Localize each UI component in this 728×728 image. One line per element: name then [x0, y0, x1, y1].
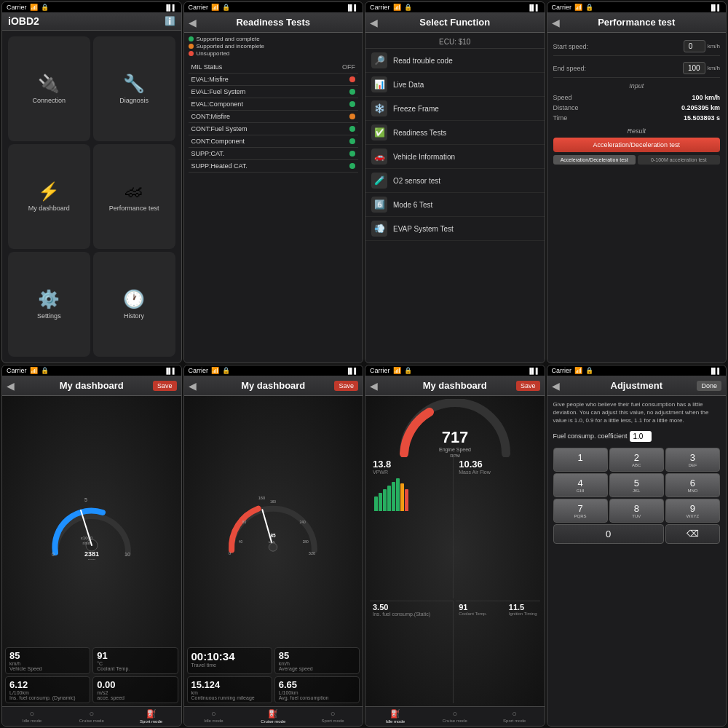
- tab-idle-2[interactable]: ○ Idle mode: [184, 709, 244, 724]
- coolant-unit: °C: [97, 661, 173, 666]
- test-eval-comp-indicator: [349, 101, 355, 107]
- lock-icon-8: 🔒: [585, 367, 593, 374]
- function-vehicle-info[interactable]: 🚗 Vehicle Information: [365, 145, 545, 169]
- test-mil-value: OFF: [342, 63, 355, 71]
- tab-idle-3[interactable]: ⛽ Idle mode: [365, 709, 425, 724]
- num-key-1[interactable]: 1: [553, 448, 608, 472]
- app-grid: Carrier 📶 🔒 ▐▌▌ iOBD2 ℹ️ 🔌 Connection 🔧 …: [0, 0, 728, 728]
- info-icon[interactable]: ℹ️: [165, 16, 175, 26]
- lock-icon-1: 🔒: [41, 4, 49, 11]
- function-read-trouble[interactable]: 🔎 Read trouble code: [365, 49, 545, 73]
- stat-vehicle-speed: 85 km/h Vehicle Speed: [5, 647, 90, 674]
- num-5-sub: JKL: [633, 488, 640, 493]
- speedometer-gauge: 0 5 10 x1000 r/min 2381 rpm: [44, 487, 139, 560]
- function-evap[interactable]: 💨 EVAP System Test: [365, 217, 545, 241]
- num-key-8[interactable]: 8 TUV: [609, 499, 664, 523]
- back-button-perf[interactable]: ◀: [552, 17, 560, 28]
- perf-time-val: 15.503893 s: [684, 114, 720, 122]
- tab-sport-3[interactable]: ○ Sport mode: [485, 709, 545, 724]
- svg-text:85: 85: [271, 532, 277, 537]
- function-o2[interactable]: 🧪 O2 sensor test: [365, 169, 545, 193]
- end-speed-value[interactable]: 100: [683, 62, 705, 74]
- tab-cruise-1[interactable]: ○ Cruise mode: [62, 709, 122, 724]
- function-live-data[interactable]: 📊 Live Data: [365, 73, 545, 97]
- performance-title: Performance test: [598, 17, 675, 28]
- wifi-icon-7: 📶: [393, 367, 401, 374]
- icon-history[interactable]: 🕐 History: [93, 252, 175, 357]
- save-button-dash1[interactable]: Save: [153, 381, 177, 391]
- fuel-static-value: 3.50: [373, 603, 450, 612]
- num-key-2[interactable]: 2 ABC: [609, 448, 664, 472]
- num-key-5[interactable]: 5 JKL: [609, 473, 664, 497]
- readiness-icon: ✅: [371, 124, 387, 141]
- back-button-dash3[interactable]: ◀: [370, 380, 378, 392]
- num-key-backspace[interactable]: ⌫: [665, 524, 720, 544]
- adjustment-nav: ◀ Adjustment Done: [547, 376, 727, 396]
- icon-dashboard[interactable]: ⚡ My dashboard: [8, 144, 90, 249]
- sport-icon-3: ○: [512, 709, 517, 718]
- num-key-7[interactable]: 7 PQRS: [553, 499, 608, 523]
- fuel-static-label: Ins. fuel consump.(Static): [373, 612, 450, 617]
- function-freeze[interactable]: ❄️ Freeze Frame: [365, 97, 545, 121]
- back-button-dash1[interactable]: ◀: [7, 380, 15, 392]
- back-button-adj[interactable]: ◀: [552, 380, 560, 392]
- tab-sport-2[interactable]: ○ Sport mode: [303, 709, 363, 724]
- icon-connection[interactable]: 🔌 Connection: [8, 36, 90, 141]
- tab-cruise-2[interactable]: ⛽ Cruise mode: [243, 709, 303, 724]
- tab-idle-1[interactable]: ○ Idle mode: [2, 709, 62, 724]
- live-data-icon: 📊: [371, 76, 387, 92]
- bar-4: [387, 486, 391, 511]
- back-button-select[interactable]: ◀: [370, 17, 378, 28]
- perf-speed-key: Speed: [553, 94, 572, 101]
- screen-adjustment: Carrier 📶 🔒 ▐▌▌ ◀ Adjustment Done Give p…: [547, 365, 727, 727]
- input-section-label: Input: [553, 82, 721, 90]
- freeze-icon: ❄️: [371, 100, 387, 116]
- icon-settings[interactable]: ⚙️ Settings: [8, 252, 90, 357]
- performance-tabs: Acceleration/Deceleration test 0-100M ac…: [553, 155, 721, 165]
- tab-accel-decel[interactable]: Acceleration/Deceleration test: [553, 155, 636, 165]
- svg-text:rpm: rpm: [88, 558, 95, 560]
- save-button-dash2[interactable]: Save: [334, 381, 358, 391]
- carrier-label-3: Carrier: [370, 4, 390, 11]
- acceleration-test-button[interactable]: Acceleration/Deceleration test: [553, 138, 721, 152]
- num-key-9[interactable]: 9 WXYZ: [665, 499, 720, 523]
- tab-cruise-3[interactable]: ○ Cruise mode: [425, 709, 485, 724]
- back-button-readiness[interactable]: ◀: [189, 17, 197, 28]
- num-key-3[interactable]: 3 DEF: [665, 448, 720, 472]
- num-7-sub: PQRS: [574, 514, 587, 518]
- num-key-4[interactable]: 4 GHI: [553, 473, 608, 497]
- ignition-label: Ignition Timing: [509, 612, 537, 616]
- screen-select-function: Carrier 📶 🔒 ▐▌▌ ◀ Select Function ECU: $…: [365, 1, 545, 363]
- legend-complete-label: Supported and complete: [197, 36, 260, 42]
- num-key-0[interactable]: 0: [553, 524, 664, 544]
- carrier-label-2: Carrier: [189, 4, 209, 11]
- test-eval-misfire-indicator: [349, 76, 355, 82]
- dashboard3-bg: 717 Engine Speed RPM 13.8 VPWR: [365, 396, 545, 706]
- tab-0-100m[interactable]: 0-100M acceleration test: [638, 155, 720, 165]
- function-readiness[interactable]: ✅ Readiness Tests: [365, 121, 545, 145]
- fuel-coeff-input[interactable]: 1.0: [630, 431, 652, 442]
- num-key-6[interactable]: 6 MNO: [665, 473, 720, 497]
- vpwr-section: 13.8 VPWR: [370, 457, 454, 598]
- num-9-sub: WXYZ: [687, 514, 699, 518]
- coolant-label: Coolant Temp.: [97, 666, 173, 671]
- dashboard2-stats: 00:10:34 Travel time 85 km/h Average spe…: [187, 647, 360, 703]
- back-button-dash2[interactable]: ◀: [189, 380, 197, 392]
- perf-distance-key: Distance: [553, 104, 579, 111]
- idle-icon-3: ⛽: [390, 709, 400, 719]
- save-button-dash3[interactable]: Save: [516, 381, 540, 391]
- function-mode6[interactable]: 6️⃣ Mode 6 Test: [365, 193, 545, 217]
- select-function-nav: ◀ Select Function: [365, 12, 545, 33]
- readiness-nav: ◀ Readiness Tests: [184, 12, 363, 33]
- done-button[interactable]: Done: [697, 381, 721, 391]
- svg-text:x1000: x1000: [81, 536, 93, 540]
- test-eval-comp-label: EVAL:Component: [191, 100, 243, 108]
- performance-label: Performance test: [109, 205, 159, 212]
- coolant-ignition-section: 91 Coolant Temp. 11.5 Ignition Timing: [456, 601, 539, 704]
- coolant3-label: Coolant Temp.: [459, 612, 487, 616]
- start-speed-value[interactable]: 0: [684, 40, 705, 52]
- icon-performance[interactable]: 🏎 Performance test: [93, 144, 175, 249]
- icon-diagnosis[interactable]: 🔧 Diagnosis: [93, 36, 175, 141]
- tab-sport-1[interactable]: ⛽ Sport mode: [122, 709, 181, 724]
- test-row-eval-comp: EVAL:Component: [189, 98, 359, 111]
